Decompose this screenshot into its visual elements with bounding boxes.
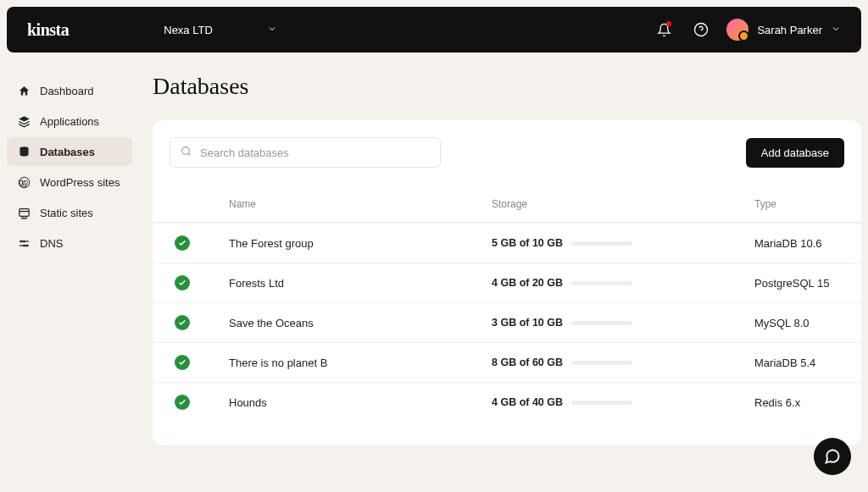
sidebar-item-dashboard[interactable]: Dashboard: [7, 76, 132, 105]
col-name: Name: [229, 198, 492, 210]
topbar: kinsta Nexa LTD Sarah Parker: [7, 7, 861, 53]
databases-card: Add database Name Storage Type The Fores…: [153, 120, 861, 445]
stack-icon: [17, 114, 31, 128]
db-storage: 4 GB of 20 GB: [492, 277, 754, 289]
db-name: The Forest group: [229, 237, 492, 250]
page-title: Databases: [153, 73, 861, 100]
sidebar-item-static-sites[interactable]: Static sites: [7, 198, 132, 227]
status-ok-icon: [175, 235, 190, 251]
table-row[interactable]: Hounds4 GB of 40 GBRedis 6.x: [153, 382, 861, 422]
db-name: There is no planet B: [229, 357, 492, 369]
sidebar-item-databases[interactable]: Databases: [7, 137, 132, 166]
user-menu[interactable]: Sarah Parker: [726, 19, 841, 41]
company-name: Nexa LTD: [164, 24, 213, 36]
svg-point-10: [25, 245, 27, 246]
sidebar: DashboardApplicationsDatabasesWordPress …: [7, 59, 132, 445]
svg-point-11: [23, 245, 25, 246]
search-icon: [181, 145, 192, 160]
sidebar-item-dns[interactable]: DNS: [7, 229, 132, 257]
sidebar-item-label: WordPress sites: [40, 176, 120, 189]
company-selector[interactable]: Nexa LTD: [164, 24, 277, 36]
status-ok-icon: [175, 355, 190, 370]
db-name: Hounds: [229, 396, 492, 409]
db-type: MySQL 8.0: [754, 317, 844, 329]
sidebar-item-label: Dashboard: [40, 85, 94, 97]
main: Databases Add database Name Storage Type…: [153, 59, 861, 445]
sidebar-item-label: Static sites: [40, 207, 93, 219]
home-icon: [17, 84, 31, 97]
chevron-down-icon: [831, 24, 841, 36]
search-input-wrapper[interactable]: [170, 137, 441, 168]
status-ok-icon: [175, 395, 190, 410]
notifications-button[interactable]: [652, 18, 676, 41]
sidebar-item-label: Databases: [40, 146, 95, 158]
logo: kinsta: [27, 20, 69, 40]
database-icon: [17, 145, 31, 158]
db-storage: 3 GB of 10 GB: [492, 317, 754, 329]
status-ok-icon: [175, 275, 190, 290]
table-header: Name Storage Type: [153, 178, 861, 223]
svg-rect-4: [19, 208, 28, 216]
db-storage: 4 GB of 40 GB: [492, 396, 754, 408]
chevron-down-icon: [267, 24, 277, 36]
db-type: MariaDB 10.6: [754, 237, 844, 250]
svg-point-12: [182, 147, 190, 155]
col-type: Type: [754, 198, 844, 210]
db-type: MariaDB 5.4: [754, 357, 844, 369]
table-row[interactable]: The Forest group5 GB of 10 GBMariaDB 10.…: [153, 223, 861, 263]
table-row[interactable]: Save the Oceans3 GB of 10 GBMySQL 8.0: [153, 302, 861, 342]
table-row[interactable]: There is no planet B8 GB of 60 GBMariaDB…: [153, 342, 861, 382]
search-input[interactable]: [200, 146, 430, 159]
user-name: Sarah Parker: [757, 24, 822, 36]
svg-point-9: [23, 240, 25, 242]
db-storage: 8 GB of 60 GB: [492, 357, 754, 368]
dns-icon: [17, 236, 31, 250]
sidebar-item-label: DNS: [40, 237, 63, 250]
static-icon: [17, 206, 31, 219]
db-name: Save the Oceans: [229, 317, 492, 329]
wordpress-icon: [17, 175, 31, 189]
sidebar-item-label: Applications: [40, 115, 99, 128]
status-ok-icon: [175, 315, 190, 330]
svg-point-8: [20, 240, 22, 242]
chat-button[interactable]: [814, 438, 851, 475]
help-button[interactable]: [689, 18, 713, 41]
db-type: PostgreSQL 15: [754, 277, 844, 290]
svg-line-13: [188, 153, 190, 155]
table-row[interactable]: Forests Ltd4 GB of 20 GBPostgreSQL 15: [153, 263, 861, 302]
db-name: Forests Ltd: [229, 277, 492, 290]
sidebar-item-applications[interactable]: Applications: [7, 107, 132, 135]
svg-point-0: [695, 24, 708, 36]
avatar: [726, 19, 748, 41]
col-storage: Storage: [492, 198, 754, 210]
db-type: Redis 6.x: [754, 396, 844, 409]
add-database-button[interactable]: Add database: [746, 138, 844, 168]
sidebar-item-wordpress-sites[interactable]: WordPress sites: [7, 168, 132, 196]
db-storage: 5 GB of 10 GB: [492, 237, 754, 249]
